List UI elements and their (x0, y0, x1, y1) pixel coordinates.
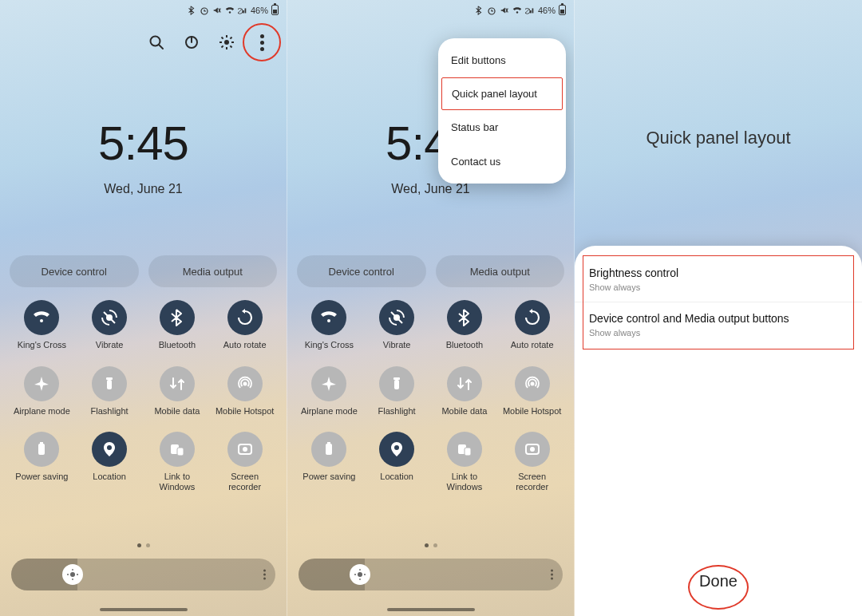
alarm-status-icon (200, 6, 209, 15)
no-signal-status-icon (238, 6, 247, 15)
mdata-icon (160, 366, 195, 401)
toggle-label: Screen recorder (214, 472, 276, 492)
mute-status-icon (500, 6, 509, 15)
record-icon (515, 432, 550, 467)
toggle-label: Bluetooth (159, 340, 196, 350)
screen-2-menu-open: 46% 5:45 Wed, June 21 Device control Med… (287, 0, 575, 616)
toggle-power[interactable]: Power saving (295, 432, 363, 492)
highlight-done (688, 565, 749, 610)
power-button[interactable] (181, 32, 202, 53)
rotate-icon (515, 300, 550, 335)
toggle-record[interactable]: Screen recorder (211, 432, 279, 492)
location-icon (379, 432, 414, 467)
toggle-location[interactable]: Location (363, 432, 431, 492)
menu-status-bar[interactable]: Status bar (438, 110, 566, 144)
device-control-pill[interactable]: Device control (10, 255, 139, 287)
toggle-bluetooth[interactable]: Bluetooth (144, 300, 212, 350)
vibrate-icon (379, 300, 414, 335)
airplane-icon (311, 366, 346, 401)
menu-edit-buttons[interactable]: Edit buttons (438, 43, 566, 77)
toggle-label: Link to Windows (433, 472, 496, 492)
toggle-label: Vibrate (96, 340, 124, 350)
hotspot-icon (515, 366, 550, 401)
device-control-pill[interactable]: Device control (297, 255, 426, 287)
toggle-label: King's Cross (18, 340, 66, 350)
wifi-icon (311, 300, 346, 335)
toggle-flash[interactable]: Flashlight (76, 366, 144, 417)
wifi-status-icon (225, 6, 235, 15)
status-bar: 46% (474, 5, 566, 15)
settings-sheet: Brightness control Show always Device co… (575, 246, 862, 616)
time-text: 5:45 (0, 116, 287, 171)
clock-block: 5:45 Wed, June 21 (0, 116, 287, 196)
airplane-icon (24, 366, 59, 401)
battery-icon (271, 5, 279, 15)
toggle-label: Airplane mode (14, 406, 70, 417)
toggle-rotate[interactable]: Auto rotate (498, 300, 566, 350)
media-output-pill[interactable]: Media output (436, 255, 565, 287)
toggle-label: Mobile data (441, 406, 487, 417)
bluetooth-icon (447, 300, 482, 335)
menu-contact-us[interactable]: Contact us (438, 144, 566, 179)
toggle-wifi[interactable]: King's Cross (8, 300, 76, 350)
highlight-circle (243, 23, 281, 61)
toggle-airplane[interactable]: Airplane mode (295, 366, 363, 417)
toggle-label: Vibrate (383, 340, 411, 350)
date-text: Wed, June 21 (287, 182, 574, 196)
toggle-bluetooth[interactable]: Bluetooth (431, 300, 499, 350)
no-signal-status-icon (525, 6, 535, 15)
toggle-label: Auto rotate (223, 340, 267, 350)
toggle-rotate[interactable]: Auto rotate (211, 300, 279, 350)
home-indicator[interactable] (387, 608, 475, 611)
mute-status-icon (212, 6, 222, 15)
page-indicator (287, 543, 574, 547)
record-icon (227, 432, 263, 467)
toggle-flash[interactable]: Flashlight (363, 366, 431, 417)
brightness-slider[interactable] (299, 559, 563, 590)
toggle-power[interactable]: Power saving (8, 432, 76, 492)
panel-pills: Device control Media output (10, 255, 277, 287)
menu-quick-panel-layout[interactable]: Quick panel layout (441, 77, 563, 110)
toggle-label: Bluetooth (446, 340, 483, 350)
power-icon (311, 432, 346, 467)
toggle-wifi[interactable]: King's Cross (295, 300, 363, 350)
quick-toggle-grid: King's CrossVibrateBluetoothAuto rotateA… (287, 300, 574, 492)
more-button[interactable] (251, 32, 272, 53)
toggle-mdata[interactable]: Mobile data (144, 366, 212, 417)
toggle-label: Mobile Hotspot (216, 406, 274, 417)
toggle-link[interactable]: Link to Windows (144, 432, 212, 492)
status-bar: 46% (187, 5, 279, 15)
toggle-record[interactable]: Screen recorder (498, 432, 566, 492)
brightness-slider[interactable] (11, 559, 275, 590)
home-indicator[interactable] (100, 608, 188, 611)
power-icon (24, 432, 59, 467)
screen-1-quick-panel: 46% 5:45 Wed, June 21 Device control Med… (0, 0, 287, 616)
toggle-vibrate[interactable]: Vibrate (76, 300, 144, 350)
mdata-icon (447, 366, 482, 401)
toggle-label: Location (380, 472, 413, 482)
toggle-label: Mobile Hotspot (503, 406, 561, 417)
overflow-menu: Edit buttons Quick panel layout Status b… (438, 38, 566, 184)
brightness-more-button[interactable] (263, 570, 266, 580)
settings-button[interactable] (216, 32, 237, 53)
quick-toggle-grid: King's CrossVibrateBluetoothAuto rotateA… (0, 300, 287, 492)
search-button[interactable] (146, 32, 167, 53)
action-row (146, 32, 272, 53)
brightness-more-button[interactable] (551, 570, 553, 580)
toggle-label: Power saving (15, 472, 68, 482)
panel-pills: Device control Media output (297, 255, 564, 287)
toggle-label: Screen recorder (501, 472, 563, 492)
toggle-hotspot[interactable]: Mobile Hotspot (211, 366, 279, 417)
toggle-hotspot[interactable]: Mobile Hotspot (498, 366, 566, 417)
toggle-label: Mobile data (154, 406, 200, 417)
toggle-vibrate[interactable]: Vibrate (363, 300, 431, 350)
page-title: Quick panel layout (575, 128, 862, 148)
link-icon (160, 432, 195, 467)
toggle-link[interactable]: Link to Windows (431, 432, 499, 492)
toggle-airplane[interactable]: Airplane mode (8, 366, 76, 417)
toggle-location[interactable]: Location (76, 432, 144, 492)
toggle-mdata[interactable]: Mobile data (431, 366, 499, 417)
wifi-status-icon (512, 6, 522, 15)
media-output-pill[interactable]: Media output (148, 255, 278, 287)
link-icon (447, 432, 482, 467)
